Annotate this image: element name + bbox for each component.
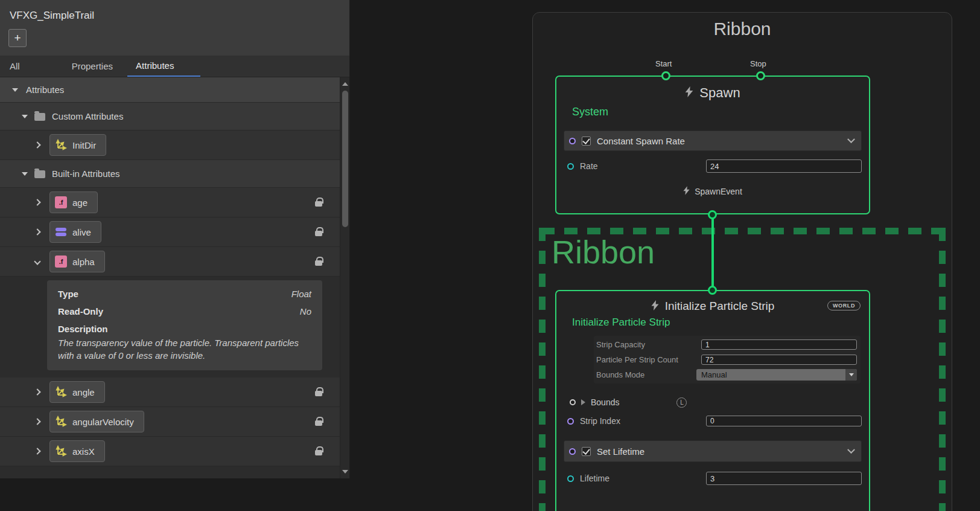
rate-input-port[interactable]	[567, 163, 574, 170]
bounds-label: Bounds	[591, 397, 619, 407]
lifetime-input[interactable]	[706, 472, 862, 485]
initialize-particle-strip-node[interactable]: Initialize Particle Strip WORLD Initiali…	[555, 290, 870, 511]
collapse-chevron-icon[interactable]	[847, 135, 855, 143]
set-lifetime-checkbox[interactable]	[582, 447, 591, 456]
blackboard-title: VFXG_SimpleTrail	[10, 10, 94, 22]
spawn-event-label: SpawnEvent	[695, 187, 742, 196]
particle-per-strip-count-input[interactable]	[701, 355, 857, 365]
chevron-right-icon[interactable]	[34, 199, 40, 205]
bool-type-icon	[55, 226, 67, 238]
chevron-right-icon[interactable]	[34, 141, 40, 148]
spawn-node-title-row: Spawn	[556, 77, 869, 101]
tab-properties[interactable]: Properties	[63, 56, 121, 77]
detail-readonly-label: Read-Only	[58, 306, 103, 317]
lock-icon	[315, 201, 322, 207]
block-input-port[interactable]	[569, 448, 576, 455]
chevron-right-icon[interactable]	[34, 228, 40, 235]
bounds-row[interactable]: Bounds L	[570, 396, 862, 409]
folder-custom-attributes[interactable]: Custom Attributes	[0, 103, 340, 130]
chevron-right-icon[interactable]	[34, 388, 40, 395]
add-attribute-button[interactable]: +	[8, 29, 27, 47]
scroll-down-icon[interactable]	[342, 470, 348, 474]
constant-spawn-rate-checkbox[interactable]	[582, 137, 591, 146]
spawn-context-node[interactable]: Spawn System Constant Spawn Rate Rate Sp…	[555, 76, 870, 214]
bounds-mode-label: Bounds Mode	[596, 370, 644, 379]
lock-icon	[315, 231, 322, 236]
lock-icon	[315, 420, 322, 426]
collapse-chevron-icon[interactable]	[847, 446, 855, 454]
bounds-mode-row: Bounds Mode Manual	[596, 368, 857, 381]
tab-attributes[interactable]: Attributes	[127, 56, 200, 77]
bounds-mode-value: Manual	[701, 370, 727, 379]
triangle-down-icon[interactable]	[12, 88, 18, 92]
init-settings-group: Strip Capacity Particle Per Strip Count …	[594, 336, 861, 384]
bounds-input-port[interactable]	[570, 399, 576, 405]
triangle-down-icon[interactable]	[22, 115, 28, 118]
lock-icon	[315, 260, 322, 266]
constant-spawn-rate-block[interactable]: Constant Spawn Rate	[564, 130, 862, 151]
float-type-icon: .f	[55, 196, 67, 208]
attribute-row-axisx[interactable]: axisX	[0, 437, 340, 466]
spawn-stop-port[interactable]	[756, 71, 765, 80]
rate-input[interactable]	[706, 159, 862, 173]
init-input-port[interactable]	[708, 286, 717, 295]
direction-type-icon	[55, 445, 67, 457]
spawn-event-footer: SpawnEvent	[556, 186, 869, 197]
attribute-chip[interactable]: alive	[49, 221, 101, 243]
chevron-right-icon[interactable]	[34, 448, 40, 454]
scroll-up-icon[interactable]	[342, 82, 348, 86]
particle-per-strip-count-label: Particle Per Strip Count	[596, 355, 678, 364]
attribute-chip[interactable]: angularVelocity	[49, 411, 144, 432]
attribute-row-alpha[interactable]: .f alpha	[0, 247, 340, 277]
folder-builtin-attributes[interactable]: Built-in Attributes	[0, 160, 340, 188]
strip-capacity-row: Strip Capacity	[596, 338, 857, 351]
vfx-graph-window: Ribbon Ribbon Start Stop Spawn System Co…	[0, 0, 980, 511]
spawn-start-port-label: Start	[655, 59, 672, 68]
lightning-icon	[685, 86, 693, 100]
detail-type-label: Type	[58, 289, 78, 299]
particle-per-strip-count-row: Particle Per Strip Count	[596, 353, 857, 366]
tab-all[interactable]: All	[1, 56, 28, 77]
attribute-chip[interactable]: axisX	[49, 440, 105, 462]
scrollbar-thumb[interactable]	[342, 91, 348, 227]
scrollbar[interactable]	[340, 77, 349, 478]
direction-type-icon	[55, 139, 67, 151]
attribute-chip[interactable]: .f alpha	[49, 251, 105, 272]
block-label: Set Lifetime	[597, 446, 644, 457]
attribute-chip[interactable]: .f age	[49, 191, 98, 213]
spawn-start-port[interactable]	[661, 71, 670, 80]
tree-section-attributes[interactable]: Attributes	[0, 77, 340, 103]
triangle-down-icon[interactable]	[22, 172, 28, 176]
attribute-row-angularvelocity[interactable]: angularVelocity	[0, 407, 340, 437]
attribute-row-alive[interactable]: alive	[0, 217, 340, 247]
spawn-to-init-edge[interactable]	[711, 214, 714, 291]
chevron-down-icon[interactable]	[34, 258, 40, 265]
expander-triangle-icon[interactable]	[581, 399, 585, 405]
lifetime-row: Lifetime	[567, 469, 862, 487]
local-space-badge[interactable]: L	[676, 397, 687, 408]
attribute-chip[interactable]: InitDir	[49, 134, 106, 156]
attribute-row-angle[interactable]: angle	[0, 378, 340, 407]
set-lifetime-block[interactable]: Set Lifetime	[564, 440, 862, 462]
folder-icon	[34, 113, 45, 121]
attribute-row-age[interactable]: .f age	[0, 188, 340, 217]
group-label[interactable]: Ribbon	[552, 236, 655, 268]
spawn-output-port[interactable]	[708, 210, 717, 219]
strip-index-input[interactable]	[706, 416, 862, 426]
chevron-right-icon[interactable]	[34, 418, 40, 425]
block-input-port[interactable]	[569, 138, 576, 144]
dropdown-arrow-icon[interactable]	[845, 369, 857, 381]
rate-field-row: Rate	[567, 157, 862, 175]
attribute-row-initdir[interactable]: InitDir	[0, 130, 340, 160]
bounds-mode-dropdown[interactable]: Manual	[696, 369, 857, 381]
detail-description-label: Description	[58, 324, 108, 334]
strip-index-input-port[interactable]	[567, 418, 574, 425]
lightning-icon	[651, 300, 659, 313]
spawn-stop-port-label: Stop	[750, 59, 766, 68]
blackboard-header: VFXG_SimpleTrail +	[0, 0, 349, 56]
lifetime-input-port[interactable]	[567, 475, 574, 482]
strip-capacity-input[interactable]	[701, 339, 857, 350]
rate-label: Rate	[580, 161, 598, 171]
attribute-chip[interactable]: angle	[49, 381, 105, 403]
space-badge[interactable]: WORLD	[827, 301, 861, 310]
